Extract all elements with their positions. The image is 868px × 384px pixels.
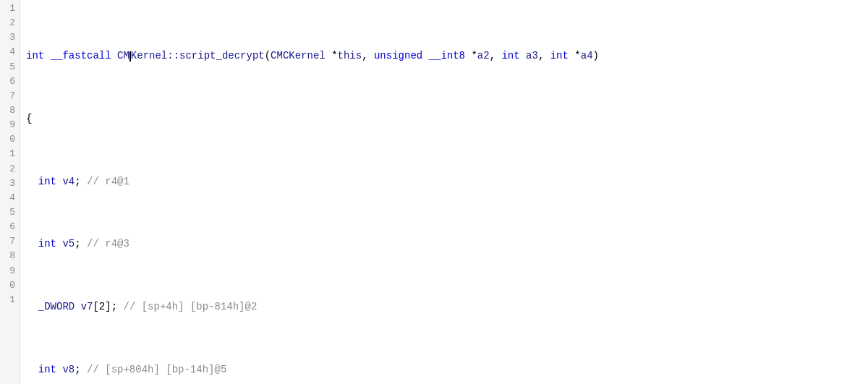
line-num-7: 7 [4, 89, 15, 103]
line-num-2: 2 [4, 16, 15, 30]
line-num-13: 3 [4, 176, 15, 191]
line-num-4: 4 [4, 45, 15, 59]
code-line-5: _DWORD v7[2]; // [sp+4h] [bp-814h]@2 [26, 299, 862, 315]
line-num-14: 4 [4, 191, 15, 205]
line-num-16: 6 [4, 220, 15, 234]
line-num-19: 9 [4, 264, 15, 278]
line-num-8: 8 [4, 103, 15, 118]
line-num-5: 5 [4, 60, 15, 74]
code-line-1: int __fastcall CMKernel::script_decrypt(… [26, 48, 862, 64]
line-num-20: 0 [4, 278, 15, 293]
code-line-6: int v8; // [sp+804h] [bp-14h]@5 [26, 362, 862, 378]
line-num-12: 2 [4, 162, 15, 176]
line-num-1: 1 [4, 1, 15, 16]
code-line-4: int v5; // r4@3 [26, 236, 862, 252]
line-num-18: 8 [4, 249, 15, 263]
line-numbers: 1 2 3 4 5 6 7 8 9 0 1 2 3 4 5 6 7 8 9 0 … [0, 0, 20, 384]
code-line-3: int v4; // r4@1 [26, 174, 862, 190]
code-editor: 1 2 3 4 5 6 7 8 9 0 1 2 3 4 5 6 7 8 9 0 … [0, 0, 868, 384]
line-num-11: 1 [4, 147, 15, 161]
line-num-15: 5 [4, 205, 15, 220]
line-num-10: 0 [4, 132, 15, 147]
line-num-21: 1 [4, 293, 15, 307]
code-content[interactable]: int __fastcall CMKernel::script_decrypt(… [20, 0, 868, 384]
line-num-17: 7 [4, 234, 15, 249]
line-num-3: 3 [4, 30, 15, 45]
line-num-9: 9 [4, 118, 15, 132]
line-num-6: 6 [4, 74, 15, 89]
code-line-2: { [26, 111, 862, 127]
